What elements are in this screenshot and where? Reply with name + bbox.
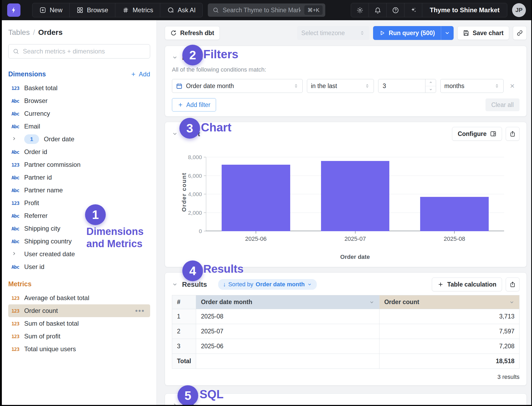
sidebar-field-currency[interactable]: AbcCurrency: [8, 107, 150, 120]
results-collapse-chevron-icon[interactable]: [172, 281, 178, 287]
nav-browse-label: Browse: [87, 6, 108, 14]
sidebar-field-average-of-basket-total[interactable]: 123Average of basket total: [8, 292, 150, 304]
stepper-down-button[interactable]: [425, 86, 436, 93]
sidebar-field-profit[interactable]: 123Profit: [8, 197, 150, 209]
calendar-icon: [176, 83, 183, 89]
sidebar-field-partner-id[interactable]: AbcPartner id: [8, 171, 150, 184]
chart-bar-2025-07[interactable]: [321, 161, 390, 231]
nav-ask-ai-button[interactable]: Ask AI: [160, 3, 202, 17]
remove-filter-button[interactable]: ×: [510, 82, 515, 90]
add-filter-button[interactable]: Add filter: [172, 98, 216, 111]
sidebar-field-total-unique-users[interactable]: 123Total unique users: [8, 343, 150, 355]
field-label: Email: [24, 123, 40, 130]
field-label: Shipping city: [24, 225, 60, 232]
run-query-options-button[interactable]: [441, 26, 454, 40]
share-link-button[interactable]: [513, 26, 527, 40]
sql-expand-chevron-icon[interactable]: [172, 402, 178, 405]
chart-bar-2025-06[interactable]: [222, 165, 290, 231]
filter-operator-select[interactable]: in the last: [307, 79, 374, 93]
field-label: Shipping country: [24, 238, 72, 245]
sidebar-field-referrer[interactable]: AbcReferrer: [8, 209, 150, 222]
notifications-button[interactable]: [369, 3, 387, 17]
top-navbar: New Browse Metrics Ask AI Search Thyme t…: [2, 0, 531, 20]
sidebar-field-sum-of-basket-total[interactable]: 123Sum of basket total: [8, 317, 150, 330]
column-header-inner: Order date month: [201, 299, 374, 306]
plus-square-icon: [39, 7, 46, 14]
save-chart-button[interactable]: Save chart: [457, 26, 509, 40]
x-axis-tick-mark: [454, 231, 455, 234]
metric-value-cell[interactable]: 7,208: [379, 339, 519, 354]
filters-collapse-chevron-icon[interactable]: [172, 55, 178, 60]
sidebar-field-order-date[interactable]: 1Order date: [8, 133, 150, 146]
help-button[interactable]: [387, 3, 404, 17]
x-axis-tick-label: 2025-08: [444, 235, 465, 242]
refresh-dbt-button[interactable]: Refresh dbt: [165, 26, 220, 40]
breadcrumb-tables-link[interactable]: Tables: [8, 28, 30, 37]
settings-button[interactable]: [351, 3, 369, 17]
sidebar-field-user-id[interactable]: AbcUser id: [8, 260, 150, 273]
timezone-select[interactable]: Select timezone: [297, 26, 369, 40]
filter-field-select[interactable]: Order date month: [172, 79, 303, 93]
metrics-list: 123Average of basket total123Order count…: [8, 292, 150, 355]
run-query-button[interactable]: Run query (500): [373, 26, 441, 40]
chevron-right-icon[interactable]: [11, 251, 24, 257]
filter-value-input[interactable]: 3: [378, 79, 436, 93]
add-dimension-button[interactable]: Add: [130, 71, 150, 78]
plus-icon: [130, 71, 136, 77]
nav-browse-button[interactable]: Browse: [70, 3, 115, 17]
number-type-icon: 123: [11, 85, 24, 91]
app-logo[interactable]: [7, 3, 20, 17]
sidebar-field-basket-total[interactable]: 123Basket total: [8, 82, 150, 94]
metric-value-cell[interactable]: 7,597: [379, 324, 519, 339]
annotation-circle-2: 2: [182, 45, 203, 65]
ai-sparkles-button[interactable]: [404, 3, 422, 17]
sidebar-field-order-id[interactable]: AbcOrder id: [8, 146, 150, 158]
user-avatar[interactable]: JP: [512, 3, 526, 17]
nav-new-button[interactable]: New: [32, 3, 70, 17]
explorer-sidebar: Tables / Orders Search metrics + dimensi…: [2, 20, 157, 405]
number-type-icon: 123: [11, 321, 24, 326]
dimension-value-cell[interactable]: 2025-08: [196, 309, 379, 324]
number-type-icon: 123: [11, 162, 24, 168]
column-menu-chevron-icon[interactable]: [369, 300, 374, 305]
annotation-circle-1: 1: [85, 204, 106, 225]
main-nav: New Browse Metrics Ask AI: [32, 3, 203, 17]
sidebar-field-email[interactable]: AbcEmail: [8, 120, 150, 133]
sidebar-field-sum-of-profit[interactable]: 123Sum of profit: [8, 330, 150, 343]
fields-search-input[interactable]: Search metrics + dimensions: [8, 44, 150, 59]
number-stepper: [425, 79, 436, 93]
sidebar-field-browser[interactable]: AbcBrowser: [8, 94, 150, 107]
sorted-by-prefix: Sorted by: [228, 281, 253, 288]
metric-value-cell[interactable]: 3,713: [379, 309, 519, 324]
sidebar-field-partner-name[interactable]: AbcPartner name: [8, 184, 150, 197]
y-axis-tick-label: 8,000: [188, 154, 202, 160]
export-chart-button[interactable]: [506, 127, 520, 141]
column-header-order-count[interactable]: Order count: [379, 295, 519, 309]
nav-metrics-label: Metrics: [133, 6, 153, 14]
clear-all-filters-button[interactable]: Clear all: [485, 98, 520, 111]
table-calculation-button[interactable]: Table calculation: [432, 277, 502, 291]
chart-bar-2025-08[interactable]: [420, 197, 489, 231]
chart-section: Chart Configure Order count: [165, 122, 527, 267]
configure-chart-button[interactable]: Configure: [452, 127, 502, 141]
column-menu-chevron-icon[interactable]: [509, 300, 514, 305]
chart-collapse-chevron-icon[interactable]: [172, 131, 178, 137]
y-axis-tick-label: 2,000: [188, 210, 202, 216]
export-results-button[interactable]: [506, 277, 520, 291]
sidebar-field-partner-commission[interactable]: 123Partner commission: [8, 158, 150, 171]
chevron-right-icon[interactable]: [11, 136, 24, 142]
sql-section-header: SQL: [172, 399, 520, 405]
filter-operator-value: in the last: [311, 82, 337, 90]
filter-unit-select[interactable]: months: [440, 79, 504, 93]
dimension-value-cell[interactable]: 2025-06: [196, 339, 379, 354]
column-header-order-date-month[interactable]: Order date month: [196, 295, 379, 309]
dimension-value-cell[interactable]: 2025-07: [196, 324, 379, 339]
fields-search-placeholder: Search metrics + dimensions: [23, 48, 105, 55]
nav-metrics-button[interactable]: Metrics: [115, 3, 160, 17]
sorted-by-badge[interactable]: ↓ Sorted by Order date month: [218, 279, 317, 290]
sidebar-field-order-count[interactable]: 123Order count•••: [8, 304, 150, 317]
global-search-input[interactable]: Search Thyme to Shine Market ⌘+K: [208, 3, 325, 17]
org-switcher-button[interactable]: Thyme to Shine Market: [422, 3, 507, 17]
stepper-up-button[interactable]: [425, 79, 436, 86]
field-menu-button[interactable]: •••: [135, 307, 147, 315]
